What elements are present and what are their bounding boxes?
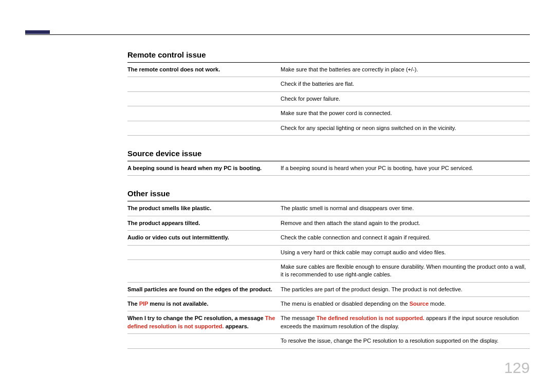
row-value: Using a very hard or thick cable may cor… bbox=[281, 249, 530, 256]
row-label: A beeping sound is heard when my PC is b… bbox=[127, 164, 281, 172]
text: The bbox=[127, 301, 139, 307]
section-heading-remote: Remote control issue bbox=[127, 47, 530, 63]
table-row: A beeping sound is heard when my PC is b… bbox=[127, 161, 530, 176]
header-rule bbox=[25, 34, 530, 35]
highlight-text: The defined resolution is not supported. bbox=[317, 315, 424, 321]
row-label: The PIP menu is not available. bbox=[127, 300, 281, 308]
table-row: Audio or video cuts out intermittently. … bbox=[127, 231, 530, 245]
highlight-text: PIP bbox=[139, 301, 149, 307]
header-accent-bar bbox=[25, 30, 50, 34]
table-row: Check if the batteries are flat. bbox=[127, 77, 530, 91]
text: menu is not available. bbox=[148, 301, 208, 307]
table-row: The product appears tilted. Remove and t… bbox=[127, 216, 530, 231]
row-label: When I try to change the PC resolution, … bbox=[127, 314, 281, 330]
row-value: Remove and then attach the stand again t… bbox=[281, 219, 530, 227]
text: The message bbox=[281, 315, 317, 321]
text: appears. bbox=[224, 323, 249, 329]
section-heading-other: Other issue bbox=[127, 186, 530, 201]
row-label: Small particles are found on the edges o… bbox=[127, 286, 281, 293]
table-row: Using a very hard or thick cable may cor… bbox=[127, 246, 530, 260]
table-row: The product smells like plastic. The pla… bbox=[127, 201, 530, 216]
row-value: The particles are part of the product de… bbox=[281, 286, 530, 293]
row-value: The message The defined resolution is no… bbox=[281, 314, 530, 330]
table-row: When I try to change the PC resolution, … bbox=[127, 311, 530, 334]
highlight-text: Source bbox=[410, 301, 429, 307]
row-value: Check if the batteries are flat. bbox=[281, 80, 530, 88]
table-row: Check for power failure. bbox=[127, 92, 530, 106]
row-value: If a beeping sound is heard when your PC… bbox=[281, 164, 530, 172]
row-value: Check for power failure. bbox=[281, 95, 530, 103]
page-number: 129 bbox=[504, 359, 530, 377]
section-heading-source: Source device issue bbox=[127, 146, 530, 161]
text: When I try to change the PC resolution, … bbox=[127, 315, 265, 321]
table-row: Check for any special lighting or neon s… bbox=[127, 121, 530, 136]
row-value: Make sure that the batteries are correct… bbox=[281, 66, 530, 73]
row-value: To resolve the issue, change the PC reso… bbox=[281, 337, 530, 345]
table-row: The PIP menu is not available. The menu … bbox=[127, 297, 530, 311]
row-label: The product appears tilted. bbox=[127, 219, 281, 227]
table-row: Make sure cables are flexible enough to … bbox=[127, 260, 530, 283]
row-label: The remote control does not work. bbox=[127, 66, 281, 73]
page-content: Remote control issue The remote control … bbox=[127, 47, 530, 349]
row-label: The product smells like plastic. bbox=[127, 204, 281, 212]
text: mode. bbox=[429, 301, 446, 307]
table-row: The remote control does not work. Make s… bbox=[127, 63, 530, 77]
row-value: Check the cable connection and connect i… bbox=[281, 234, 530, 241]
table-row: To resolve the issue, change the PC reso… bbox=[127, 334, 530, 348]
table-row: Make sure that the power cord is connect… bbox=[127, 106, 530, 121]
row-value: Make sure cables are flexible enough to … bbox=[281, 263, 530, 279]
row-value: Make sure that the power cord is connect… bbox=[281, 109, 530, 117]
row-value: The menu is enabled or disabled dependin… bbox=[281, 300, 530, 308]
row-value: Check for any special lighting or neon s… bbox=[281, 124, 530, 132]
row-label: Audio or video cuts out intermittently. bbox=[127, 234, 281, 241]
table-row: Small particles are found on the edges o… bbox=[127, 283, 530, 297]
text: The menu is enabled or disabled dependin… bbox=[281, 301, 410, 307]
row-value: The plastic smell is normal and disappea… bbox=[281, 204, 530, 212]
